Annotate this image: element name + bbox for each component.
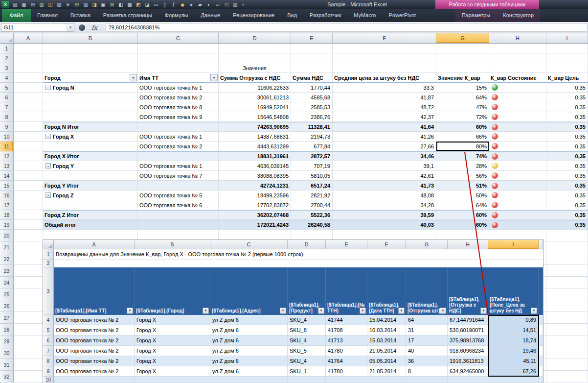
cell-D19[interactable]: 172021,4243	[219, 220, 291, 230]
cell-H16[interactable]	[489, 191, 546, 200]
cell-E19[interactable]: 26240,58	[291, 220, 333, 230]
cell-G17[interactable]: 64%	[436, 200, 489, 210]
cell-D10[interactable]: 14387,68831	[219, 132, 291, 142]
drill-cell-E10[interactable]	[326, 377, 367, 383]
cell-F3[interactable]	[333, 63, 436, 73]
row-header-7[interactable]: 7	[0, 102, 14, 112]
cell-H4[interactable]: К_вар Состояние	[489, 73, 546, 83]
drill-cell-A7[interactable]: ООО торговая точка № 2	[54, 346, 135, 356]
qat-icon-11[interactable]: ▣	[99, 1, 108, 8]
drill-cell-D9[interactable]: SKU_1	[288, 366, 326, 377]
qat-icon-20[interactable]: ◆	[178, 1, 187, 8]
cell-A31[interactable]	[14, 359, 43, 371]
row-header-9[interactable]: 9	[0, 122, 14, 132]
row-header-32[interactable]: 32	[0, 371, 14, 383]
cell-D6[interactable]: 30061,61213	[219, 93, 291, 102]
qat-icon-10[interactable]: ◨	[90, 1, 99, 8]
cell-D8[interactable]: 15646,54808	[219, 112, 291, 122]
cell-I20[interactable]	[546, 230, 588, 241]
cell-A9[interactable]	[14, 122, 43, 132]
cell-B13[interactable]: -Город Y	[43, 161, 138, 171]
cell-A27[interactable]	[14, 312, 43, 324]
row-header-30[interactable]: 30	[0, 347, 14, 359]
row-header-14[interactable]: 14	[0, 171, 14, 181]
cell-H7[interactable]	[489, 102, 546, 112]
cell-A24[interactable]	[14, 277, 43, 288]
drill-cell-A8[interactable]: ООО торговая точка № 2	[54, 356, 135, 366]
drill-filter-icon[interactable]: ▼	[360, 308, 366, 314]
drill-filter-icon[interactable]: ▼	[127, 308, 133, 314]
cell-F9[interactable]: 41,64	[333, 122, 436, 132]
cell-F5[interactable]: 33,3	[333, 83, 436, 93]
cell-I3[interactable]	[546, 63, 588, 73]
cell-A11[interactable]	[14, 142, 43, 151]
cell-C12[interactable]	[138, 151, 219, 161]
cell-A14[interactable]	[14, 171, 43, 181]
drill-column-header-G[interactable]: G	[406, 240, 448, 249]
cell-A15[interactable]	[14, 181, 43, 191]
row-header-20[interactable]: 20	[0, 230, 14, 241]
cell-C16[interactable]: ООО торговая точка № 5	[138, 191, 219, 200]
drill-row-header-5[interactable]: 5	[43, 325, 54, 335]
qat-icon-13[interactable]: ◧	[116, 1, 125, 8]
drill-cell-H7[interactable]: 918,60968234	[448, 346, 488, 356]
drill-cell-H10[interactable]	[448, 377, 488, 383]
cell-F16[interactable]: 48,08	[333, 191, 436, 200]
qat-icon-19[interactable]: ƒ	[169, 1, 178, 8]
drill-cell-A4[interactable]: ООО торговая точка № 2	[54, 315, 135, 325]
drill-filter-icon[interactable]: ▼	[398, 308, 405, 314]
drill-column-header-D[interactable]: D	[288, 240, 326, 249]
cell-I32[interactable]	[546, 371, 588, 383]
filter-icon[interactable]: ▼	[210, 74, 218, 81]
drill-cell-E7[interactable]: 41780	[326, 346, 367, 356]
cell-A12[interactable]	[14, 151, 43, 161]
cell-G18[interactable]: 60%	[436, 210, 489, 220]
contextual-tab-1[interactable]: Конструктор	[497, 9, 540, 22]
row-header-31[interactable]: 31	[0, 359, 14, 371]
drill-cell-B4[interactable]: Город X	[135, 315, 210, 325]
cell-A6[interactable]	[14, 93, 43, 102]
qat-icon-12[interactable]: ⊠	[108, 1, 116, 8]
cell-H18[interactable]	[489, 210, 546, 220]
ribbon-tab-5[interactable]: Рецензирование	[226, 9, 281, 22]
drill-cell-A5[interactable]: ООО торговая точка № 2	[54, 325, 135, 335]
cell-D2[interactable]	[219, 53, 291, 63]
cell-H3[interactable]	[489, 63, 546, 73]
name-box[interactable]: G11 ▼	[1, 23, 74, 32]
row-header-22[interactable]: 22	[0, 253, 14, 265]
qat-icon-8[interactable]: ⊟	[72, 1, 81, 8]
drill-cell-I7[interactable]: 19,46	[488, 346, 539, 356]
drill-row-header-7[interactable]: 7	[43, 346, 54, 356]
cell-F17[interactable]: 34,28	[333, 200, 436, 210]
drill-cell-D4[interactable]: SKU_4	[288, 315, 326, 325]
cell-G15[interactable]: 51%	[436, 181, 489, 191]
cell-I7[interactable]: 0,35	[546, 102, 588, 112]
column-header-A[interactable]: A	[14, 33, 43, 44]
cell-B3[interactable]	[43, 63, 138, 73]
qat-icon-5[interactable]: ◫	[46, 1, 55, 8]
ribbon-tab-1[interactable]: Вставка	[64, 9, 97, 22]
cell-B5[interactable]: -Город N	[43, 83, 138, 93]
drill-cell-B9[interactable]: Город X	[135, 366, 210, 377]
drill-cell-E6[interactable]: 41713	[326, 335, 367, 346]
cell-C14[interactable]: ООО торговая точка № 7	[138, 171, 219, 181]
cell-B9[interactable]: Город N Итог	[43, 122, 138, 132]
cell-C7[interactable]: ООО торговая точка № 8	[138, 102, 219, 112]
row-header-24[interactable]: 24	[0, 277, 14, 288]
drill-cell-D5[interactable]: SKU_8	[288, 325, 326, 335]
cell-I1[interactable]	[546, 44, 588, 53]
drill-filter-icon[interactable]: ▼	[203, 308, 209, 314]
cell-C10[interactable]: ООО торговая точка № 1	[138, 132, 219, 142]
ribbon-tab-8[interactable]: MyMacro	[347, 9, 382, 22]
drill-column-header-I[interactable]: I	[488, 240, 539, 249]
row-header-13[interactable]: 13	[0, 161, 14, 171]
cell-C6[interactable]: ООО торговая точка № 2	[138, 93, 219, 102]
drill-cell-E8[interactable]: 41764	[326, 356, 367, 366]
cell-G14[interactable]: 56%	[436, 171, 489, 181]
column-header-B[interactable]: B	[43, 33, 138, 44]
drill-cell-D8[interactable]: SKU_4	[288, 356, 326, 366]
qat-icon-17[interactable]: ▭	[152, 1, 160, 8]
drill-cell-G7[interactable]: 40	[406, 346, 448, 356]
cell-I15[interactable]: 0,35	[546, 181, 588, 191]
drill-cell-C9[interactable]: ул Z дом 6	[210, 366, 288, 377]
